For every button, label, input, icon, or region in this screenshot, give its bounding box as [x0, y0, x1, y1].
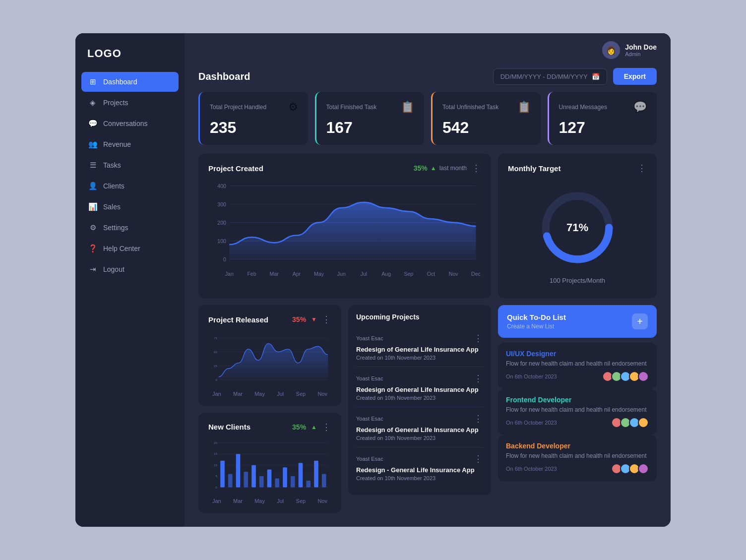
svg-text:10: 10	[214, 463, 217, 466]
chart-pct: 35%	[414, 164, 428, 172]
stat-icon: 📋	[517, 101, 531, 114]
date-range-input[interactable]: DD/MM/YYYY - DD/MM/YYYY 📅	[493, 68, 607, 85]
avatar-circle	[638, 371, 649, 382]
todo-title: Quick To-Do List	[507, 313, 566, 321]
svg-rect-47	[251, 465, 256, 487]
released-chart-svg: 0255075	[208, 332, 331, 386]
svg-text:0: 0	[223, 256, 226, 262]
stat-header: Unread Messages 💬	[559, 101, 647, 114]
svg-rect-49	[267, 469, 272, 487]
sidebar-item-help[interactable]: ❓ Help Center	[81, 239, 179, 258]
topbar: Dashboard DD/MM/YYYY - DD/MM/YYYY 📅 Expo…	[185, 59, 671, 92]
sidebar-item-revenue[interactable]: 👥 Revenue	[81, 134, 179, 154]
user-profile: 👩 John Doe Admin	[602, 41, 657, 59]
sidebar-item-clients[interactable]: 👤 Clients	[81, 176, 179, 196]
todo-sub: Create a New List	[507, 323, 566, 330]
sidebar-item-settings[interactable]: ⚙ Settings	[81, 218, 179, 238]
charts-row: Project Created 35% ▲ last month ⋮ 01002…	[185, 154, 671, 305]
todo-item-footer: On 6th October 2023	[506, 371, 649, 382]
export-button[interactable]: Export	[613, 68, 657, 85]
sidebar-item-conversations[interactable]: 💬 Conversations	[81, 114, 179, 133]
new-clients-menu-icon[interactable]: ⋮	[322, 422, 331, 433]
project-client: Yoast Esac ⋮	[356, 453, 483, 464]
project-date: Created on 10th November 2023	[356, 355, 483, 361]
svg-text:Sep: Sep	[404, 271, 413, 277]
svg-text:Nov: Nov	[449, 271, 459, 277]
svg-text:Feb: Feb	[247, 271, 256, 277]
monthly-target-menu-icon[interactable]: ⋮	[637, 163, 647, 174]
stat-title: Total Unfinished Task	[442, 104, 498, 111]
project-item: Yoast Esac ⋮ Redesign of General Life In…	[356, 327, 483, 367]
sidebar-nav: ⊞ Dashboard◈ Projects💬 Conversations👥 Re…	[75, 72, 185, 279]
todo-header-text: Quick To-Do List Create a New List	[507, 313, 566, 330]
new-clients-pct: 35%	[292, 423, 306, 431]
donut-sub: 100 Projects/Month	[550, 277, 605, 284]
svg-rect-52	[291, 476, 295, 487]
project-menu-icon[interactable]: ⋮	[474, 373, 483, 384]
sidebar-item-sales[interactable]: 📊 Sales	[81, 197, 179, 217]
svg-text:Apr: Apr	[293, 271, 301, 277]
svg-rect-56	[322, 474, 326, 487]
svg-text:0: 0	[215, 378, 217, 381]
date-range-text: DD/MM/YYYY - DD/MM/YYYY	[500, 73, 588, 80]
svg-text:Jun: Jun	[337, 271, 346, 277]
svg-rect-46	[244, 472, 248, 487]
todo-add-button[interactable]: +	[632, 313, 648, 329]
stat-card-total-unfinished: Total Unfinished Task 📋 542	[431, 92, 541, 145]
sidebar-label-revenue: Revenue	[103, 140, 131, 148]
project-name: Redesign of General Life Insurance App	[356, 346, 483, 353]
svg-text:200: 200	[217, 220, 226, 226]
stat-icon: ⚙	[288, 101, 298, 114]
projects-icon: ◈	[88, 98, 97, 107]
donut-container: 71% 100 Projects/Month	[508, 181, 647, 289]
svg-rect-50	[275, 478, 279, 487]
project-menu-icon[interactable]: ⋮	[474, 453, 483, 464]
svg-text:400: 400	[217, 183, 226, 189]
todo-item-title: Backend Developer	[506, 442, 649, 450]
stat-header: Total Project Handled ⚙	[210, 101, 298, 114]
chart-menu-icon[interactable]: ⋮	[472, 163, 481, 174]
new-clients-chart: New Clients 35% ▲ ⋮ 05101520 JanMarMayJu…	[198, 413, 341, 513]
sidebar-item-logout[interactable]: ⇥ Logout	[81, 259, 179, 279]
page-title: Dashboard	[198, 71, 250, 82]
project-name: Redesign - General Life Insurance App	[356, 466, 483, 474]
user-info: John Doe Admin	[625, 43, 657, 57]
project-item: Yoast Esac ⋮ Redesign of General Life In…	[356, 367, 483, 407]
todo-item-desc: Flow for new health claim and health nil…	[506, 406, 649, 413]
settings-icon: ⚙	[88, 223, 97, 232]
stat-header: Total Finished Task 📋	[326, 101, 415, 114]
sidebar-item-projects[interactable]: ◈ Projects	[81, 93, 179, 113]
main-content: 👩 John Doe Admin Dashboard DD/MM/YYYY - …	[185, 33, 671, 526]
project-client: Yoast Esac ⋮	[356, 373, 483, 384]
released-trend-icon: ▼	[311, 316, 317, 323]
user-role: Admin	[625, 51, 657, 57]
project-date: Created on 10th November 2023	[356, 395, 483, 401]
sidebar-label-sales: Sales	[103, 203, 121, 211]
calendar-icon: 📅	[592, 73, 600, 80]
sidebar-item-tasks[interactable]: ☰ Tasks	[81, 155, 179, 175]
sidebar-item-dashboard[interactable]: ⊞ Dashboard	[81, 72, 179, 92]
released-menu-icon[interactable]: ⋮	[322, 314, 331, 325]
quick-todo: Quick To-Do List Create a New List + UI/…	[498, 305, 657, 481]
trend-label: last month	[439, 165, 467, 172]
project-name: Redesign of General Life Insurance App	[356, 386, 483, 393]
app-logo: LOGO	[75, 33, 185, 72]
monthly-target-title: Monthly Target	[508, 164, 560, 173]
stat-card-total-project: Total Project Handled ⚙ 235	[198, 92, 308, 145]
project-menu-icon[interactable]: ⋮	[474, 413, 483, 424]
svg-text:300: 300	[217, 201, 226, 207]
stats-row: Total Project Handled ⚙ 235 Total Finish…	[185, 92, 671, 154]
new-clients-svg: 05101520	[208, 439, 331, 494]
todo-items: UI/UX Designer Flow for new health claim…	[498, 343, 657, 481]
left-charts-column: Project Released 35% ▼ ⋮ 0255075 JanMarM…	[198, 305, 341, 512]
new-clients-trend-icon: ▲	[311, 424, 317, 431]
svg-text:25: 25	[214, 364, 217, 368]
project-menu-icon[interactable]: ⋮	[474, 333, 483, 344]
line-chart-svg: 0100200300400JanFebMarAprMayJunJulAugSep…	[208, 181, 481, 280]
stat-value: 235	[210, 119, 298, 137]
stat-value: 542	[442, 119, 531, 137]
svg-text:71%: 71%	[566, 221, 589, 234]
todo-item-footer: On 6th October 2023	[506, 417, 649, 428]
new-clients-x-axis: JanMarMayJulSepNov	[208, 496, 331, 504]
todo-item-date: On 6th October 2023	[506, 420, 557, 426]
